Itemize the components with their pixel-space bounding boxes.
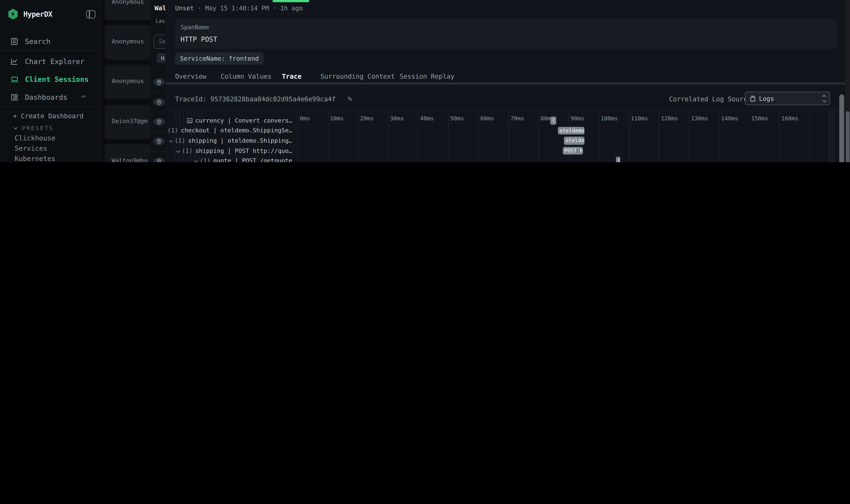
- laptop-icon: [10, 74, 19, 84]
- session-card[interactable]: Anonymous: [105, 0, 151, 20]
- session-event-pin[interactable]: [152, 92, 165, 112]
- trace-waterfall[interactable]: 0ms10ms20ms30ms40ms50ms60ms70ms80ms90ms1…: [165, 111, 834, 162]
- chevron-up-icon: [82, 95, 86, 99]
- session-card[interactable]: Walton9@ho: [105, 144, 151, 162]
- session-card[interactable]: Anonymous: [105, 65, 151, 100]
- presets-header[interactable]: PRESETS: [14, 125, 54, 131]
- preset-clickhouse[interactable]: Clickhouse: [15, 134, 55, 142]
- chevron-down-icon: [169, 139, 173, 143]
- tab-surrounding-context[interactable]: Surrounding Context: [320, 71, 395, 82]
- divider: [165, 110, 850, 111]
- span-bar[interactable]: oteldemo.: [558, 127, 584, 134]
- sidebar-item-dashboards[interactable]: Dashboards: [0, 90, 101, 104]
- session-event-pin[interactable]: [152, 151, 165, 162]
- tab-session-replay[interactable]: Session Replay: [400, 71, 454, 82]
- session-event-pin[interactable]: [152, 73, 165, 92]
- session-card[interactable]: Anonymous: [105, 25, 151, 60]
- session-user: Walton9@ho: [112, 157, 147, 162]
- tab-overview[interactable]: Overview: [175, 71, 206, 82]
- tabs-underline-track: [165, 83, 850, 85]
- logo: HyperDX: [8, 8, 95, 20]
- span-bar[interactable]: (: [616, 157, 620, 162]
- chevron-down-icon: [176, 149, 180, 152]
- span-label: (1)quote | POST /getquote: [165, 156, 292, 162]
- select-chevrons-icon: [823, 95, 825, 101]
- rail-search-input[interactable]: Sea: [153, 35, 165, 49]
- active-tab-indicator: [273, 0, 309, 2]
- rail-filter-button[interactable]: H: [157, 53, 165, 63]
- database-icon: [750, 95, 756, 102]
- span-row[interactable]: (1)checkout | oteldemo.ShippingSe…otelde…: [165, 126, 829, 136]
- session-user: Anonymous: [112, 0, 144, 5]
- session-user: Deion37@gm: [112, 118, 147, 124]
- location-pin-icon: [153, 78, 164, 86]
- sidebar-item-client-sessions[interactable]: Client Sessions: [0, 72, 101, 86]
- span-label: currency | Convert convers…: [165, 115, 292, 126]
- hyperdx-logo-icon: [8, 9, 18, 20]
- grid-icon: [10, 92, 19, 102]
- span-label: (1)shipping | POST http://quo…: [165, 146, 292, 156]
- location-pin-icon: [153, 98, 164, 106]
- divider: [0, 50, 101, 50]
- preset-kubernetes[interactable]: Kubernetes: [15, 155, 55, 162]
- session-event-pin[interactable]: [152, 112, 165, 132]
- search-doc-icon: [10, 37, 19, 46]
- span-row[interactable]: currency | Convert convers…(: [165, 115, 829, 126]
- correlated-log-source-label: Correlated Log Source: [669, 92, 751, 106]
- span-bar[interactable]: (: [550, 116, 556, 124]
- location-pin-icon: [153, 157, 164, 162]
- chevron-down-icon: [14, 126, 17, 129]
- session-card[interactable]: Deion37@gm: [105, 105, 151, 139]
- panel-scrollbar[interactable]: [839, 94, 844, 162]
- preset-services[interactable]: Services: [15, 144, 47, 152]
- span-row[interactable]: (1)shipping | POST http://quo…POST h: [165, 146, 829, 156]
- service-chip[interactable]: ServiceName: frontend: [175, 53, 264, 65]
- log-source-select[interactable]: Logs: [745, 92, 830, 105]
- sidebar: HyperDX SearchChart ExplorerClient Sessi…: [0, 0, 101, 162]
- session-title: Wal: [155, 4, 165, 12]
- app: HyperDX SearchChart ExplorerClient Sessi…: [0, 0, 850, 162]
- spanname-card: SpanName HTTP POST: [175, 18, 837, 49]
- edit-icon[interactable]: ✎: [347, 95, 352, 103]
- chart-icon: [10, 57, 19, 66]
- sidebar-collapse-icon[interactable]: [86, 10, 95, 18]
- spanname-value: HTTP POST: [181, 35, 217, 43]
- divider: [0, 106, 101, 107]
- span-row[interactable]: (1)quote | POST /getquote(: [165, 156, 829, 162]
- tab-column-values[interactable]: Column Values: [221, 71, 272, 82]
- span-bar[interactable]: POST h: [563, 147, 583, 155]
- trace-id: TraceId: 957362828baa84dc02d95a4e6e99ca4…: [175, 92, 352, 106]
- waterfall-scrollbar[interactable]: [829, 111, 834, 162]
- session-list: AnonymousAnonymousAnonymousDeion37@gmWal…: [101, 0, 151, 162]
- location-pin-icon: [153, 138, 164, 146]
- create-dashboard-link[interactable]: + Create Dashboard: [13, 112, 84, 120]
- log-doc-icon: [187, 118, 193, 123]
- event-header: Unset · May 15 1:40:14 PM · 1h ago: [175, 4, 303, 12]
- spanname-label: SpanName: [181, 24, 209, 31]
- chevron-down-icon: [194, 159, 198, 162]
- session-user: Anonymous: [112, 38, 144, 45]
- status-badge: Unset: [175, 4, 194, 12]
- session-user: Anonymous: [112, 78, 144, 85]
- session-subtitle: Las: [156, 18, 165, 24]
- span-label: (1)checkout | oteldemo.ShippingSe…: [165, 126, 292, 136]
- tab-trace[interactable]: Trace: [282, 71, 302, 82]
- session-detail-rail: Wal Las Sea H: [151, 0, 165, 162]
- sidebar-item-search[interactable]: Search: [0, 34, 101, 48]
- sidebar-item-chart-explorer[interactable]: Chart Explorer: [0, 54, 101, 68]
- app-title: HyperDX: [23, 10, 52, 18]
- session-event-pin[interactable]: [152, 132, 165, 151]
- span-label: (1)shipping | oteldemo.Shipping…: [165, 136, 292, 146]
- span-bar[interactable]: oteldem: [564, 137, 584, 145]
- location-pin-icon: [153, 118, 164, 126]
- trace-detail-panel: Unset · May 15 1:40:14 PM · 1h ago SpanN…: [165, 0, 850, 162]
- page-scrollbar[interactable]: [845, 0, 850, 162]
- span-row[interactable]: (1)shipping | oteldemo.Shipping…oteldem: [165, 136, 829, 146]
